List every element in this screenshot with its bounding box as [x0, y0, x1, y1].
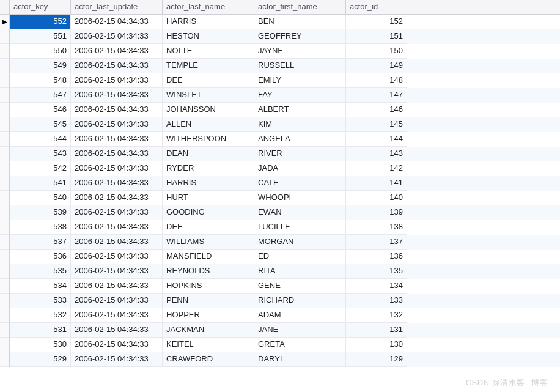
cell-actor-last-name[interactable]: HOPPER	[163, 308, 254, 323]
row-gutter-cell[interactable]	[0, 235, 9, 250]
cell-actor-last-update[interactable]: 2006-02-15 04:34:33	[71, 191, 163, 205]
cell-actor-key[interactable]: 545	[10, 117, 71, 132]
row-gutter-cell[interactable]	[0, 44, 9, 59]
cell-actor-last-name[interactable]: RYDER	[163, 161, 254, 176]
cell-actor-id[interactable]: 145	[346, 117, 407, 132]
cell-actor-last-update[interactable]: 2006-02-15 04:34:33	[71, 338, 163, 352]
cell-actor-id[interactable]: 138	[346, 220, 407, 235]
cell-actor-last-update[interactable]: 2006-02-15 04:34:33	[71, 250, 163, 264]
cell-actor-last-name[interactable]: PENN	[163, 294, 254, 308]
table-row[interactable]: 5362006-02-15 04:34:33MANSFIELDED136	[10, 250, 560, 264]
row-gutter-cell[interactable]	[0, 308, 9, 323]
row-gutter-cell[interactable]: ▶	[0, 15, 9, 29]
cell-actor-key[interactable]: 532	[10, 308, 71, 323]
table-row[interactable]: 5292006-02-15 04:34:33CRAWFORDDARYL129	[10, 352, 560, 367]
table-row[interactable]: 5382006-02-15 04:34:33DEELUCILLE138	[10, 220, 560, 235]
cell-actor-last-name[interactable]: DEE	[163, 220, 254, 235]
cell-actor-first-name[interactable]: MORGAN	[254, 235, 346, 250]
cell-actor-key[interactable]: 530	[10, 338, 71, 352]
row-gutter-cell[interactable]	[0, 147, 9, 161]
cell-actor-last-update[interactable]: 2006-02-15 04:34:33	[71, 29, 163, 44]
cell-actor-last-update[interactable]: 2006-02-15 04:34:33	[71, 44, 163, 59]
cell-actor-last-update[interactable]: 2006-02-15 04:34:33	[71, 103, 163, 117]
table-row[interactable]: 5492006-02-15 04:34:33TEMPLERUSSELL149	[10, 59, 560, 73]
cell-actor-first-name[interactable]: WHOOPI	[254, 191, 346, 205]
cell-actor-first-name[interactable]: FAY	[254, 88, 346, 103]
cell-actor-first-name[interactable]: EWAN	[254, 205, 346, 220]
cell-actor-key[interactable]: 537	[10, 235, 71, 250]
col-header-actor-first-name[interactable]: actor_first_name	[254, 0, 346, 14]
cell-actor-last-name[interactable]: CRAWFORD	[163, 352, 254, 367]
row-gutter-cell[interactable]	[0, 220, 9, 235]
cell-actor-last-name[interactable]: REYNOLDS	[163, 264, 254, 279]
cell-actor-last-update[interactable]: 2006-02-15 04:34:33	[71, 308, 163, 323]
row-gutter-cell[interactable]	[0, 29, 9, 44]
cell-actor-first-name[interactable]: KIM	[254, 117, 346, 132]
cell-actor-id[interactable]: 142	[346, 161, 407, 176]
cell-actor-key[interactable]: 541	[10, 176, 71, 191]
row-gutter-cell[interactable]	[0, 103, 9, 117]
cell-actor-key[interactable]: 533	[10, 294, 71, 308]
cell-actor-first-name[interactable]: GRETA	[254, 338, 346, 352]
cell-actor-first-name[interactable]: JANE	[254, 323, 346, 338]
cell-actor-last-name[interactable]: HESTON	[163, 29, 254, 44]
row-gutter-cell[interactable]	[0, 132, 9, 147]
cell-actor-id[interactable]: 149	[346, 59, 407, 73]
cell-actor-key[interactable]: 549	[10, 59, 71, 73]
cell-actor-key[interactable]: 536	[10, 250, 71, 264]
cell-actor-last-update[interactable]: 2006-02-15 04:34:33	[71, 59, 163, 73]
table-row[interactable]: 5332006-02-15 04:34:33PENNRICHARD133	[10, 294, 560, 308]
table-row[interactable]: 5402006-02-15 04:34:33HURTWHOOPI140	[10, 191, 560, 205]
cell-actor-first-name[interactable]: ALBERT	[254, 103, 346, 117]
cell-actor-key[interactable]: 538	[10, 220, 71, 235]
cell-actor-first-name[interactable]: LUCILLE	[254, 220, 346, 235]
cell-actor-last-update[interactable]: 2006-02-15 04:34:33	[71, 294, 163, 308]
cell-actor-id[interactable]: 135	[346, 264, 407, 279]
cell-actor-last-update[interactable]: 2006-02-15 04:34:33	[71, 88, 163, 103]
cell-actor-key[interactable]: 547	[10, 88, 71, 103]
cell-actor-key[interactable]: 546	[10, 103, 71, 117]
cell-actor-last-name[interactable]: WILLIAMS	[163, 235, 254, 250]
table-row[interactable]: 5482006-02-15 04:34:33DEEEMILY148	[10, 73, 560, 88]
col-header-actor-key[interactable]: actor_key	[10, 0, 71, 14]
cell-actor-id[interactable]: 129	[346, 352, 407, 367]
table-row[interactable]: 5352006-02-15 04:34:33REYNOLDSRITA135	[10, 264, 560, 279]
cell-actor-id[interactable]: 141	[346, 176, 407, 191]
table-row[interactable]: 5502006-02-15 04:34:33NOLTEJAYNE150	[10, 44, 560, 59]
cell-actor-first-name[interactable]: ADAM	[254, 308, 346, 323]
cell-actor-last-name[interactable]: JOHANSSON	[163, 103, 254, 117]
table-row[interactable]: 5432006-02-15 04:34:33DEANRIVER143	[10, 147, 560, 161]
row-gutter-cell[interactable]	[0, 279, 9, 294]
row-gutter-cell[interactable]	[0, 161, 9, 176]
table-row[interactable]: 5472006-02-15 04:34:33WINSLETFAY147	[10, 88, 560, 103]
row-gutter-cell[interactable]	[0, 264, 9, 279]
table-row[interactable]: 5312006-02-15 04:34:33JACKMANJANE131	[10, 323, 560, 338]
row-gutter-cell[interactable]	[0, 117, 9, 132]
cell-actor-first-name[interactable]: JADA	[254, 161, 346, 176]
cell-actor-id[interactable]: 140	[346, 191, 407, 205]
cell-actor-key[interactable]: 540	[10, 191, 71, 205]
table-row[interactable]: 5452006-02-15 04:34:33ALLENKIM145	[10, 117, 560, 132]
cell-actor-last-update[interactable]: 2006-02-15 04:34:33	[71, 73, 163, 88]
cell-actor-first-name[interactable]: RIVER	[254, 147, 346, 161]
cell-actor-id[interactable]: 146	[346, 103, 407, 117]
row-gutter-cell[interactable]	[0, 205, 9, 220]
cell-actor-id[interactable]: 150	[346, 44, 407, 59]
cell-actor-last-update[interactable]: 2006-02-15 04:34:33	[71, 147, 163, 161]
cell-actor-last-update[interactable]: 2006-02-15 04:34:33	[71, 220, 163, 235]
table-row[interactable]: 5302006-02-15 04:34:33KEITELGRETA130	[10, 338, 560, 352]
cell-actor-key[interactable]: 551	[10, 29, 71, 44]
col-header-actor-last-update[interactable]: actor_last_update	[71, 0, 163, 14]
cell-actor-last-update[interactable]: 2006-02-15 04:34:33	[71, 279, 163, 294]
cell-actor-id[interactable]: 136	[346, 250, 407, 264]
cell-actor-last-name[interactable]: DEAN	[163, 147, 254, 161]
table-row[interactable]: 5412006-02-15 04:34:33HARRISCATE141	[10, 176, 560, 191]
gutter-header[interactable]	[0, 0, 9, 15]
cell-actor-last-update[interactable]: 2006-02-15 04:34:33	[71, 15, 163, 29]
table-row[interactable]: 5522006-02-15 04:34:33HARRISBEN152	[10, 15, 560, 29]
cell-actor-key[interactable]: 531	[10, 323, 71, 338]
col-header-actor-id[interactable]: actor_id	[346, 0, 407, 14]
cell-actor-key[interactable]: 535	[10, 264, 71, 279]
cell-actor-last-name[interactable]: NOLTE	[163, 44, 254, 59]
cell-actor-last-update[interactable]: 2006-02-15 04:34:33	[71, 235, 163, 250]
